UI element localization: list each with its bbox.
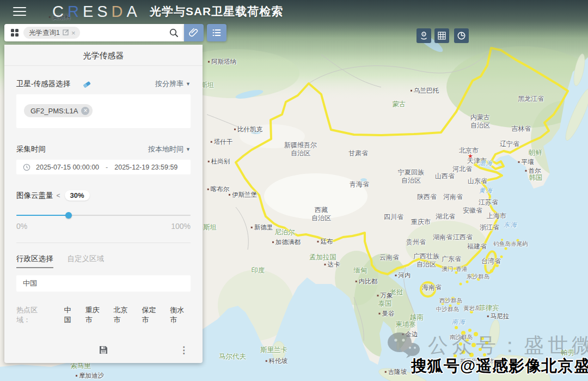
tab-admin-region[interactable]: 行政区选择	[16, 254, 53, 268]
beijing-star-marker: ★	[468, 153, 473, 160]
cloud-cover-label: 图像云盖量	[16, 191, 53, 201]
history-clock-icon	[457, 31, 466, 40]
region-input-value: 中国	[23, 279, 37, 288]
sensor-select-label: 卫星-传感器选择	[16, 79, 70, 89]
time-label: 采集时间	[16, 144, 46, 154]
date-separator: -	[106, 164, 108, 171]
logo-letter: D	[112, 4, 127, 20]
less-than-sign: <	[57, 192, 60, 199]
hot-region-link[interactable]: 保定市	[142, 305, 162, 325]
app-title: 光学与SAR卫星载荷检索	[150, 4, 283, 19]
search-bar[interactable]: 光学查询1 ×	[4, 24, 184, 41]
remove-tag-icon[interactable]: ×	[81, 107, 89, 115]
sensor-tag[interactable]: GF2_PMS:L1A×	[24, 104, 93, 117]
map-controls	[416, 28, 472, 43]
chevron-down-icon: ▼	[186, 81, 191, 87]
panel-title: 光学传感器	[4, 45, 203, 66]
sort-mode-select[interactable]: 按分辨率▼	[155, 79, 191, 89]
query-tag[interactable]: 光学查询1 ×	[23, 27, 80, 39]
edit-icon[interactable]	[63, 29, 69, 37]
hot-region-link[interactable]: 重庆市	[85, 305, 106, 325]
slider-labels: 0% 100%	[16, 222, 191, 231]
more-dots-icon[interactable]: ⋮	[179, 346, 188, 355]
slider-max-label: 100%	[171, 222, 191, 231]
slider-fill	[16, 215, 69, 216]
cresda-logo: CRESDA	[52, 4, 141, 20]
clock-icon	[23, 164, 30, 171]
logo-letter: C	[52, 4, 68, 20]
search-icon[interactable]	[169, 28, 179, 38]
panel-footer: ⋮	[4, 342, 203, 358]
sensor-tag-label: GF2_PMS:L1A	[30, 107, 78, 115]
end-date[interactable]: 2025-12-19 23:59:59	[114, 164, 177, 171]
close-icon[interactable]: ×	[71, 29, 76, 37]
sensor-tags-box[interactable]: GF2_PMS:L1A×	[16, 94, 191, 128]
result-list-button[interactable]	[207, 24, 226, 41]
region-tabs: 行政区选择 自定义区域	[16, 254, 191, 268]
history-clock-button[interactable]	[454, 28, 469, 43]
cloud-cover-row: 图像云盖量 < 30%	[16, 190, 191, 201]
region-input[interactable]: 中国	[16, 275, 191, 292]
search-row: 光学查询1 ×	[4, 24, 226, 41]
paperclip-icon	[189, 29, 197, 37]
street-view-button[interactable]	[416, 28, 431, 43]
optical-sensor-panel: 光学传感器 卫星-传感器选择 按分辨率▼ GF2_PMS:L1A× 采集时间 按…	[4, 45, 203, 363]
logo-letter: R	[68, 4, 83, 20]
tab-custom-region[interactable]: 自定义区域	[68, 254, 105, 268]
save-floppy-icon[interactable]	[99, 345, 108, 355]
sensor-select-row: 卫星-传感器选择 按分辨率▼	[16, 66, 191, 89]
satellite-search-app: 莫斯科阿斯塔纳哈萨克斯坦乌兰巴托蒙古黑龙江省内蒙古 自治区吉林省比什凯克塔什干辽…	[0, 0, 588, 381]
hot-region-link[interactable]: 中国	[64, 305, 78, 325]
logo-letter: E	[83, 4, 97, 20]
app-header: CRESDA 光学与SAR卫星载荷检索	[0, 0, 588, 23]
cloud-cover-slider[interactable]	[16, 211, 191, 219]
slider-handle[interactable]	[65, 212, 72, 219]
apps-grid-icon[interactable]	[11, 29, 19, 37]
slider-min-label: 0%	[16, 222, 27, 231]
attach-query-button[interactable]	[184, 24, 204, 41]
logo-letter: S	[97, 4, 111, 20]
query-tag-label: 光学查询1	[29, 28, 60, 38]
time-mode-select[interactable]: 按本地时间▼	[148, 144, 191, 154]
hot-region-row: 热点区域： 中国重庆市北京市保定市衡水市	[16, 305, 191, 325]
cloud-cover-value: 30%	[65, 190, 90, 201]
hot-region-link[interactable]: 北京市	[114, 305, 134, 325]
grid-layer-button[interactable]	[434, 28, 449, 43]
start-date[interactable]: 2025-07-15 00:00:00	[36, 164, 99, 171]
result-list-icon	[212, 28, 222, 38]
street-view-icon	[419, 31, 428, 40]
grid-icon	[437, 31, 446, 40]
logo-letter: A	[127, 4, 141, 20]
hamburger-menu-icon[interactable]	[13, 4, 26, 19]
hot-region-link[interactable]: 衡水市	[170, 305, 191, 325]
section-divider	[16, 243, 191, 243]
time-row: 采集时间 按本地时间▼	[16, 144, 191, 154]
eraser-icon[interactable]	[82, 80, 91, 88]
chevron-down-icon: ▼	[186, 147, 191, 152]
date-range-input[interactable]: 2025-07-15 00:00:00 - 2025-12-19 23:59:5…	[16, 160, 191, 174]
hot-region-label: 热点区域：	[16, 305, 51, 325]
